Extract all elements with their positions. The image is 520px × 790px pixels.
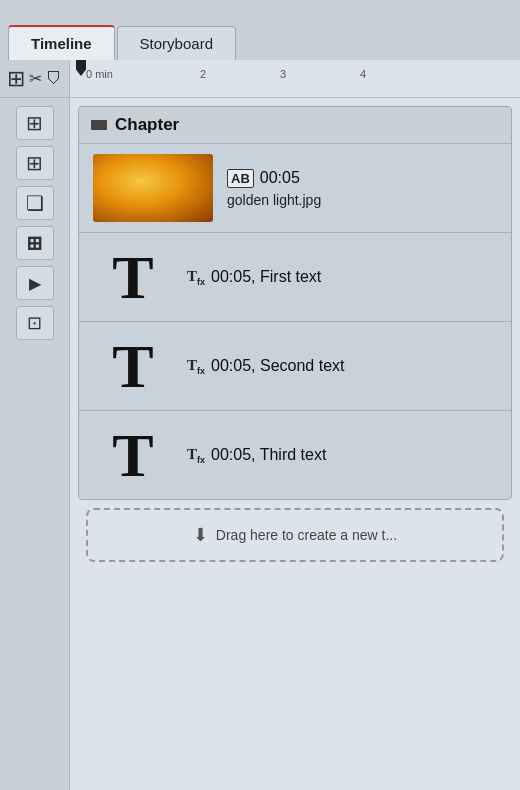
tfx-icon-3: Tfx <box>187 446 205 465</box>
main-area: ⊞ ⊞ ❏ ⊞ ▶ ⊡ Chapter <box>0 98 520 790</box>
image-time-row: AB 00:05 <box>227 169 321 188</box>
chapter-block: Chapter AB 00:05 golden light.jpg <box>78 106 512 500</box>
text-tool-icon: ⊞ <box>26 231 43 255</box>
sidebar-tool-layers[interactable]: ❏ <box>16 186 54 220</box>
grid-icon: ⊞ <box>7 66 25 92</box>
text-track-icon-1: T <box>93 243 173 311</box>
ruler-mark-3: 3 <box>280 68 286 80</box>
track-item-text-1[interactable]: T Tfx 00:05, First text <box>79 233 511 322</box>
ruler-left-tools: ⊞ ✂ ⛉ <box>0 60 70 97</box>
track-item-image[interactable]: AB 00:05 golden light.jpg <box>79 144 511 233</box>
text-track-info-1: Tfx 00:05, First text <box>187 268 321 287</box>
text-track-time-2: 00:05, Second text <box>211 357 344 375</box>
transform-tool-icon: ⊡ <box>27 312 42 334</box>
ruler-mark-4: 4 <box>360 68 366 80</box>
image-time: 00:05 <box>260 169 300 187</box>
text-track-time-1: 00:05, First text <box>211 268 321 286</box>
big-t-icon-3: T <box>112 424 153 486</box>
add-tool-icon: ⊞ <box>26 151 43 175</box>
tab-bar: Timeline Storyboard <box>0 0 520 60</box>
chapter-header: Chapter <box>79 107 511 144</box>
track-item-text-3[interactable]: T Tfx 00:05, Third text <box>79 411 511 499</box>
track-item-text-2[interactable]: T Tfx 00:05, Second text <box>79 322 511 411</box>
ruler-area: ⊞ ✂ ⛉ 0 min 2 3 4 <box>0 60 520 98</box>
layers-tool-icon: ❏ <box>26 191 44 215</box>
text-track-info-3: Tfx 00:05, Third text <box>187 446 326 465</box>
drop-zone-label: Drag here to create a new t... <box>216 527 397 543</box>
thumbnail-gradient <box>93 154 213 222</box>
chapter-title: Chapter <box>115 115 179 135</box>
playhead-head <box>76 60 86 76</box>
text-track-time-3: 00:05, Third text <box>211 446 326 464</box>
playhead[interactable] <box>76 60 86 76</box>
sidebar-tool-grid[interactable]: ⊞ <box>16 106 54 140</box>
tfx-icon-1: Tfx <box>187 268 205 287</box>
shield-icon: ⛉ <box>46 70 62 88</box>
sidebar-tool-transform[interactable]: ⊡ <box>16 306 54 340</box>
chapter-collapse-icon[interactable] <box>91 120 107 130</box>
sidebar-tool-play[interactable]: ▶ <box>16 266 54 300</box>
scissor-icon: ✂ <box>29 69 42 88</box>
big-t-icon-2: T <box>112 335 153 397</box>
ruler-mark-0: 0 min <box>86 68 113 80</box>
big-t-icon-1: T <box>112 246 153 308</box>
tab-timeline[interactable]: Timeline <box>8 25 115 60</box>
tfx-icon-2: Tfx <box>187 357 205 376</box>
drop-arrow-icon: ⬇ <box>193 524 208 546</box>
content-panel[interactable]: Chapter AB 00:05 golden light.jpg <box>70 98 520 790</box>
grid-tool-icon: ⊞ <box>26 111 43 135</box>
text-track-icon-3: T <box>93 421 173 489</box>
ruler-marks: 0 min 2 3 4 <box>70 60 520 97</box>
image-thumbnail <box>93 154 213 222</box>
tab-storyboard[interactable]: Storyboard <box>117 26 236 60</box>
ruler-mark-2: 2 <box>200 68 206 80</box>
left-sidebar: ⊞ ⊞ ❏ ⊞ ▶ ⊡ <box>0 98 70 790</box>
drop-zone[interactable]: ⬇ Drag here to create a new t... <box>86 508 504 562</box>
sidebar-tool-add[interactable]: ⊞ <box>16 146 54 180</box>
image-track-info: AB 00:05 golden light.jpg <box>227 169 321 208</box>
ab-icon: AB <box>227 169 254 188</box>
sidebar-tool-text[interactable]: ⊞ <box>16 226 54 260</box>
text-track-info-2: Tfx 00:05, Second text <box>187 357 344 376</box>
play-tool-icon: ▶ <box>29 274 41 293</box>
text-track-icon-2: T <box>93 332 173 400</box>
image-filename: golden light.jpg <box>227 192 321 208</box>
